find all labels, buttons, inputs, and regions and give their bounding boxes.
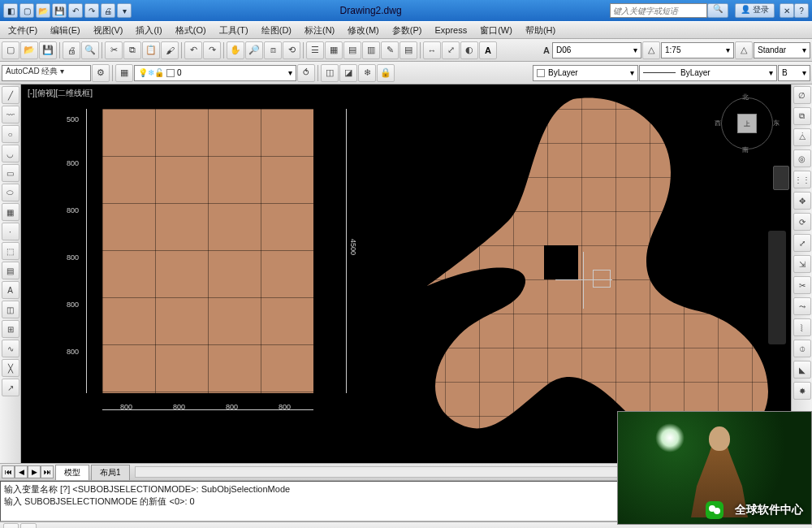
menu-insert[interactable]: 插入(I): [131, 23, 166, 38]
linetype-combo[interactable]: ByLayer▾: [639, 65, 777, 81]
color-combo[interactable]: ByLayer▾: [533, 65, 638, 81]
extend-icon[interactable]: ⤳: [793, 297, 811, 315]
mtext-icon[interactable]: A: [2, 281, 19, 299]
menu-edit[interactable]: 编辑(E): [45, 23, 85, 38]
model-viewport[interactable]: [-][俯视][二维线框] 500 800 800 800 800 800 80…: [21, 84, 791, 463]
preview-icon[interactable]: 🔍: [81, 41, 99, 59]
app-menu-button[interactable]: ◧: [3, 3, 18, 18]
tab-next-icon[interactable]: ▶: [28, 465, 41, 478]
menu-modify[interactable]: 修改(M): [343, 23, 384, 38]
redo-button-icon[interactable]: ↷: [203, 41, 221, 59]
dimstyle-combo[interactable]: D06▾: [552, 42, 641, 58]
view-cube[interactable]: 上 北 南 西 东: [718, 94, 776, 153]
menu-draw[interactable]: 绘图(D): [257, 23, 296, 38]
lineweight-combo[interactable]: B▾: [778, 65, 810, 81]
viewport-label[interactable]: [-][俯视][二维线框]: [28, 88, 93, 99]
dim-linear-icon[interactable]: ↔: [423, 41, 441, 59]
undo-icon[interactable]: ↶: [68, 3, 83, 18]
save-icon[interactable]: 💾: [52, 3, 67, 18]
undo-button-icon[interactable]: ↶: [184, 41, 202, 59]
nav-bar[interactable]: [768, 231, 786, 344]
status-btn-1[interactable]: ⊞: [3, 523, 19, 529]
ellipse-icon[interactable]: ⬭: [2, 184, 19, 201]
annot-scale-icon[interactable]: △: [642, 41, 660, 59]
rectangle-hatch-object[interactable]: [102, 109, 313, 393]
annot-vis-icon[interactable]: △: [735, 41, 753, 59]
layer-prev-icon[interactable]: ⥀: [297, 64, 315, 82]
move-icon[interactable]: ✥: [793, 192, 811, 210]
save-file-icon[interactable]: 💾: [39, 41, 57, 59]
workspace-settings-icon[interactable]: ⚙: [92, 64, 110, 82]
menu-tools[interactable]: 工具(T): [214, 23, 253, 38]
status-btn-2[interactable]: ▦: [20, 523, 37, 529]
tab-prev-icon[interactable]: ◀: [15, 465, 28, 478]
zoom-window-icon[interactable]: ⧈: [264, 41, 282, 59]
match-icon[interactable]: 🖌: [161, 41, 179, 59]
rectangle-icon[interactable]: ▭: [2, 164, 19, 182]
annot-scale-combo[interactable]: 1:75▾: [661, 42, 734, 58]
erase-icon[interactable]: ∅: [793, 86, 811, 104]
zoom-icon[interactable]: 🔎: [245, 41, 263, 59]
copy-icon[interactable]: ⧉: [123, 41, 141, 59]
fillet-icon[interactable]: ⦶: [793, 340, 811, 357]
menu-view[interactable]: 视图(V): [89, 23, 128, 38]
tab-first-icon[interactable]: ⏮: [2, 465, 15, 478]
circle-icon[interactable]: ○: [2, 125, 19, 143]
help-search-input[interactable]: [610, 3, 707, 18]
tab-layout1[interactable]: 布局1: [91, 465, 130, 480]
mirror-icon[interactable]: ⧊: [793, 128, 811, 146]
break-icon[interactable]: ⦚: [793, 318, 811, 336]
properties-icon[interactable]: ☰: [306, 41, 324, 59]
open-file-icon[interactable]: 📂: [20, 41, 38, 59]
signin-button[interactable]: 👤 登录: [735, 3, 775, 18]
print-icon[interactable]: 🖨: [101, 3, 115, 18]
menu-window[interactable]: 窗口(W): [475, 23, 517, 38]
point-icon[interactable]: ·: [2, 223, 19, 240]
layer-iso-icon[interactable]: ◫: [321, 64, 339, 82]
dim-aligned-icon[interactable]: ⤢: [442, 41, 460, 59]
paste-icon[interactable]: 📋: [142, 41, 160, 59]
tab-model[interactable]: 模型: [55, 465, 89, 480]
polyline-icon[interactable]: 〰: [2, 106, 19, 123]
pan-icon[interactable]: ✋: [227, 41, 244, 59]
viewcube-top-face[interactable]: 上: [737, 114, 757, 133]
block-icon[interactable]: ◫: [2, 301, 19, 318]
ray-icon[interactable]: ↗: [2, 379, 19, 396]
qat-more-icon[interactable]: ▾: [117, 3, 132, 18]
sheet-set-icon[interactable]: ▥: [362, 41, 380, 59]
line-icon[interactable]: ╱: [2, 86, 19, 104]
text-style-combo[interactable]: Standar▾: [754, 42, 810, 58]
new-icon[interactable]: ▢: [19, 3, 34, 18]
text-icon[interactable]: A: [479, 41, 497, 59]
chamfer-icon[interactable]: ◣: [793, 361, 811, 379]
new-file-icon[interactable]: ▢: [2, 41, 19, 59]
tool-palette-icon[interactable]: ▤: [343, 41, 361, 59]
arc-icon[interactable]: ◡: [2, 145, 19, 162]
layer-off-icon[interactable]: ◪: [339, 64, 357, 82]
workspace-combo[interactable]: AutoCAD 经典 ▾: [2, 65, 91, 81]
quickcalc-icon[interactable]: ▤: [400, 41, 417, 59]
infocenter-search-button[interactable]: 🔍: [707, 3, 728, 18]
layer-lock-btn-icon[interactable]: 🔒: [377, 64, 395, 82]
layer-combo[interactable]: 💡 ❄ 🔓 0 ▾: [134, 65, 296, 81]
insert-icon[interactable]: ⊞: [2, 320, 19, 338]
menu-help[interactable]: 帮助(H): [520, 23, 560, 38]
region-icon[interactable]: ⬚: [2, 242, 19, 260]
offset-icon[interactable]: ◎: [793, 149, 811, 167]
array-icon[interactable]: ⋮⋮: [793, 171, 811, 188]
menu-express[interactable]: Express: [430, 24, 472, 37]
menu-dimension[interactable]: 标注(N): [300, 23, 339, 38]
menu-file[interactable]: 文件(F): [3, 23, 42, 38]
rotate-icon[interactable]: ⟳: [793, 213, 811, 231]
exchange-icon[interactable]: ✕: [780, 3, 794, 18]
stretch-icon[interactable]: ⇲: [793, 255, 811, 273]
design-center-icon[interactable]: ▦: [325, 41, 343, 59]
markup-icon[interactable]: ✎: [381, 41, 399, 59]
spline-icon[interactable]: ∿: [2, 340, 19, 357]
menu-parametric[interactable]: 参数(P): [387, 23, 427, 38]
copy-obj-icon[interactable]: ⧉: [793, 107, 811, 125]
hatch-icon[interactable]: ▦: [2, 203, 19, 221]
zoom-prev-icon[interactable]: ⟲: [283, 41, 300, 59]
help-icon[interactable]: ?: [794, 3, 809, 18]
menu-format[interactable]: 格式(O): [171, 23, 211, 38]
